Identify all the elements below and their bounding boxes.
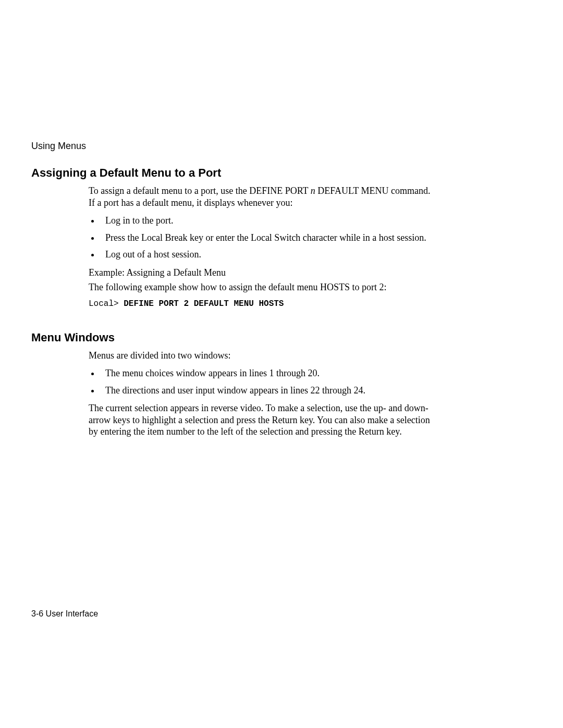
section2-intro: Menus are divided into two windows:: [89, 350, 433, 362]
list-item: The directions and user input window app…: [100, 385, 433, 397]
page-footer: 3-6 User Interface: [31, 609, 98, 619]
code-command: DEFINE PORT 2 DEFAULT MENU HOSTS: [124, 299, 284, 309]
section2-para: The current selection appears in reverse…: [89, 402, 433, 438]
example-desc: The following example show how to assign…: [89, 281, 433, 293]
running-head: Using Menus: [31, 141, 532, 152]
example-label: Example: Assigning a Default Menu: [89, 267, 433, 279]
intro-text-pre: To assign a default menu to a port, use …: [89, 186, 311, 196]
list-item: Log out of a host session.: [100, 249, 433, 261]
section1-intro: To assign a default menu to a port, use …: [89, 185, 433, 208]
heading-assigning-default-menu: Assigning a Default Menu to a Port: [31, 166, 532, 180]
page: Using Menus Assigning a Default Menu to …: [0, 0, 563, 728]
list-item: Press the Local Break key or enter the L…: [100, 232, 433, 244]
section1-bullets: Log in to the port. Press the Local Brea…: [89, 215, 433, 261]
section2-body: Menus are divided into two windows: The …: [89, 350, 433, 438]
list-item: Log in to the port.: [100, 215, 433, 227]
section1-body: To assign a default menu to a port, use …: [89, 185, 433, 309]
list-item: The menu choices window appears in lines…: [100, 367, 433, 379]
code-prompt: Local>: [89, 299, 124, 309]
intro-italic-n: n: [311, 186, 315, 196]
heading-menu-windows: Menu Windows: [31, 331, 532, 344]
code-example: Local> DEFINE PORT 2 DEFAULT MENU HOSTS: [89, 299, 433, 309]
section2-bullets: The menu choices window appears in lines…: [89, 367, 433, 396]
